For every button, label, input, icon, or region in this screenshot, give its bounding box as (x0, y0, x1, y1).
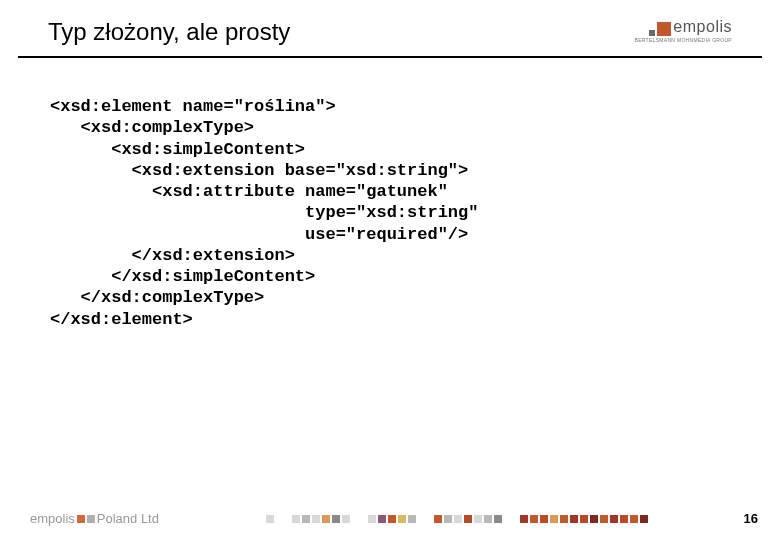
footer-square-grey-icon (87, 515, 95, 523)
deco-square-icon (342, 515, 350, 523)
code-line: </xsd:complexType> (50, 288, 264, 307)
deco-square-icon (388, 515, 396, 523)
code-line: <xsd:complexType> (50, 118, 254, 137)
deco-square-icon (630, 515, 638, 523)
deco-square-icon (590, 515, 598, 523)
deco-square-icon (580, 515, 588, 523)
deco-square-icon (434, 515, 442, 523)
code-line: </xsd:simpleContent> (50, 267, 315, 286)
deco-square-icon (454, 515, 462, 523)
code-block: <xsd:element name="roślina"> <xsd:comple… (50, 96, 730, 330)
deco-square-icon (484, 515, 492, 523)
footer-decoration (179, 515, 736, 523)
deco-square-icon (530, 515, 538, 523)
deco-square-icon (292, 515, 300, 523)
deco-square-icon (398, 515, 406, 523)
code-line: use="required"/> (50, 225, 468, 244)
deco-square-icon (302, 515, 310, 523)
code-line: </xsd:extension> (50, 246, 295, 265)
slide-footer: empolis Poland Ltd (0, 511, 780, 526)
deco-square-icon (560, 515, 568, 523)
slide-title: Typ złożony, ale prosty (48, 18, 290, 46)
deco-square-icon (494, 515, 502, 523)
deco-square-icon (322, 515, 330, 523)
deco-square-icon (550, 515, 558, 523)
deco-square-icon (540, 515, 548, 523)
deco-square-icon (444, 515, 452, 523)
deco-square-icon (570, 515, 578, 523)
footer-brand: empolis Poland Ltd (30, 511, 159, 526)
code-line: <xsd:simpleContent> (50, 140, 305, 159)
deco-square-icon (640, 515, 648, 523)
slide-header: Typ złożony, ale prosty empolis BERTELSM… (18, 0, 762, 58)
deco-square-icon (610, 515, 618, 523)
footer-brand-text-2: Poland Ltd (97, 511, 159, 526)
logo-mark-row: empolis (649, 18, 732, 36)
logo-text: empolis (673, 18, 732, 36)
logo-square-big-icon (657, 22, 671, 36)
code-line: <xsd:attribute name="gatunek" (50, 182, 448, 201)
code-line: type="xsd:string" (50, 203, 478, 222)
deco-square-icon (464, 515, 472, 523)
code-line: </xsd:element> (50, 310, 193, 329)
deco-square-icon (266, 515, 274, 523)
deco-square-icon (474, 515, 482, 523)
logo-subtitle: BERTELSMANN MOHNMEDIA GROUP (635, 37, 732, 43)
deco-square-icon (368, 515, 376, 523)
footer-square-orange-icon (77, 515, 85, 523)
deco-square-icon (600, 515, 608, 523)
brand-logo: empolis BERTELSMANN MOHNMEDIA GROUP (635, 18, 732, 43)
deco-square-icon (312, 515, 320, 523)
deco-square-icon (332, 515, 340, 523)
footer-brand-text-1: empolis (30, 511, 75, 526)
slide-content: <xsd:element name="roślina"> <xsd:comple… (0, 58, 780, 330)
code-line: <xsd:element name="roślina"> (50, 97, 336, 116)
deco-square-icon (378, 515, 386, 523)
logo-square-small-icon (649, 30, 655, 36)
deco-square-icon (620, 515, 628, 523)
code-line: <xsd:extension base="xsd:string"> (50, 161, 468, 180)
deco-square-icon (408, 515, 416, 523)
deco-square-icon (520, 515, 528, 523)
page-number: 16 (744, 511, 758, 526)
